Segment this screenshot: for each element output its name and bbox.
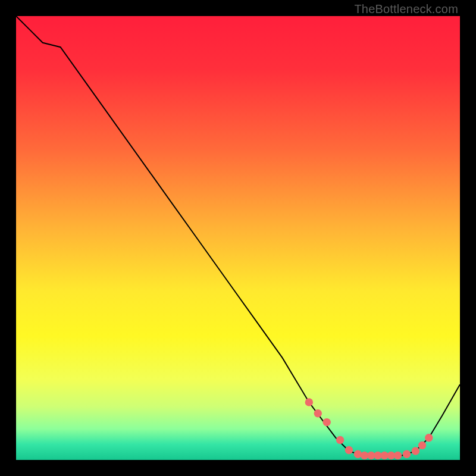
- marker-point: [394, 452, 402, 459]
- marker-point: [314, 409, 322, 417]
- marker-point: [322, 418, 330, 426]
- marker-point: [418, 441, 426, 449]
- marker-point: [336, 436, 344, 444]
- curve-path: [16, 16, 460, 456]
- chart-frame: TheBottleneck.com: [0, 0, 476, 476]
- marker-point: [412, 447, 419, 455]
- marker-point: [305, 398, 313, 406]
- bottleneck-curve: [16, 16, 460, 460]
- marker-point: [354, 450, 362, 458]
- marker-point: [425, 434, 433, 441]
- marker-point: [403, 450, 411, 458]
- chart-plot-area: [16, 16, 460, 460]
- marker-group: [305, 398, 433, 459]
- marker-point: [345, 446, 353, 454]
- watermark-text: TheBottleneck.com: [354, 2, 458, 16]
